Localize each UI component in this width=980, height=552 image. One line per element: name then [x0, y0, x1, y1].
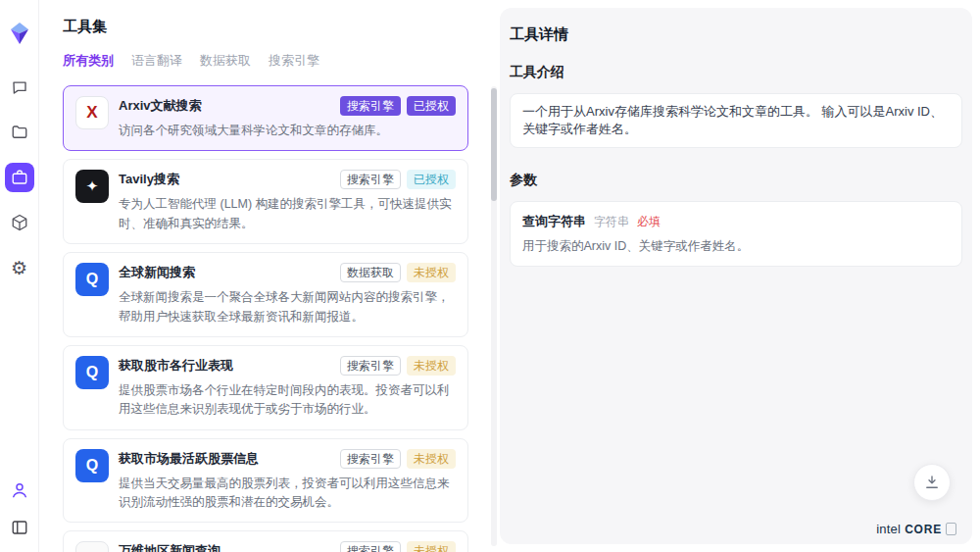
tool-description: 专为人工智能代理 (LLM) 构建的搜索引擎工具，可快速提供实时、准确和真实的结…	[119, 195, 456, 233]
category-badge: 搜索引擎	[340, 449, 401, 469]
download-icon	[923, 474, 941, 491]
tab-语言翻译[interactable]: 语言翻译	[131, 52, 182, 70]
tool-card[interactable]: Q 获取股市各行业表现 搜索引擎 未授权 提供股票市场各个行业在特定时间段内的表…	[63, 345, 468, 430]
intel-core-text: CORE	[905, 523, 942, 536]
auth-status-badge: 已授权	[407, 170, 456, 189]
toolbox-icon[interactable]	[5, 163, 34, 192]
tavily-logo-icon: ✦	[75, 170, 109, 203]
tool-description: 访问各个研究领域大量科学论文和文章的存储库。	[119, 122, 456, 140]
param-type: 字符串	[594, 214, 629, 230]
intel-tier-badge	[946, 523, 956, 535]
auth-status-badge: 已授权	[407, 96, 456, 116]
auth-status-badge: 未授权	[407, 356, 456, 376]
chat-icon[interactable]	[5, 73, 34, 102]
download-button[interactable]	[913, 464, 951, 501]
auth-status-badge: 未授权	[407, 541, 456, 552]
tool-name: 万维地区新闻查询	[119, 542, 220, 552]
tool-list-panel: 工具集 所有类别语言翻译数据获取搜索引擎 X Arxiv文献搜索 搜索引擎 已授…	[39, 0, 500, 552]
app-logo-icon	[8, 22, 31, 45]
tool-card-list: X Arxiv文献搜索 搜索引擎 已授权 访问各个研究领域大量科学论文和文章的存…	[63, 85, 468, 552]
tool-card[interactable]: Q 获取市场最活跃股票信息 搜索引擎 未授权 提供当天交易量最高的股票列表，投资…	[63, 438, 468, 524]
params-section-title: 参数	[510, 172, 962, 189]
news-api-logo-icon: Q	[75, 263, 109, 296]
detail-title: 工具详情	[510, 25, 962, 44]
intro-section-title: 工具介绍	[510, 64, 962, 81]
stock-api-logo-icon: Q	[75, 356, 109, 389]
tool-detail-panel: 工具详情 工具介绍 一个用于从Arxiv存储库搜索科学论文和文章的工具。 输入可…	[500, 8, 972, 544]
tool-card[interactable]: X Arxiv文献搜索 搜索引擎 已授权 访问各个研究领域大量科学论文和文章的存…	[63, 85, 468, 151]
intel-brand-text: intel	[876, 522, 901, 536]
category-tabs: 所有类别语言翻译数据获取搜索引擎	[63, 52, 468, 70]
intel-core-logo: intel CORE	[876, 522, 956, 536]
tool-description: 提供股票市场各个行业在特定时间段内的表现。投资者可以利用这些信息来识别表现优于或…	[119, 381, 456, 420]
arxiv-logo-icon: X	[75, 96, 109, 129]
document-icon: ☰	[75, 541, 109, 552]
tool-name: 获取市场最活跃股票信息	[119, 450, 259, 468]
tool-name: Arxiv文献搜索	[119, 97, 202, 115]
param-card: 查询字符串 字符串 必填 用于搜索的Arxiv ID、关键字或作者姓名。	[510, 201, 962, 267]
category-badge: 搜索引擎	[340, 541, 401, 552]
auth-status-badge: 未授权	[407, 263, 456, 282]
scrollbar-track[interactable]	[491, 86, 497, 546]
settings-gear-icon[interactable]: ⚙	[5, 253, 34, 282]
tab-所有类别[interactable]: 所有类别	[63, 52, 114, 70]
category-badge: 搜索引擎	[340, 170, 401, 189]
folder-icon[interactable]	[5, 118, 34, 147]
tool-card[interactable]: ✦ Tavily搜索 搜索引擎 已授权 专为人工智能代理 (LLM) 构建的搜索…	[63, 159, 468, 244]
tool-description: 提供当天交易量最高的股票列表，投资者可以利用这些信息来识别流动性强的股票和潜在的…	[119, 475, 456, 513]
sidebar-toggle-icon[interactable]	[5, 513, 34, 542]
scrollbar-thumb[interactable]	[491, 88, 497, 201]
package-icon[interactable]	[5, 208, 34, 237]
icon-rail: ⚙	[0, 0, 39, 552]
param-description: 用于搜索的Arxiv ID、关键字或作者姓名。	[522, 238, 950, 255]
stock-api-logo-icon: Q	[75, 449, 109, 482]
tool-list-title: 工具集	[63, 18, 468, 36]
auth-status-badge: 未授权	[407, 449, 456, 469]
tool-name: 全球新闻搜索	[119, 264, 195, 281]
category-badge: 搜索引擎	[340, 356, 401, 376]
category-badge: 数据获取	[340, 263, 401, 282]
tool-description: 全球新闻搜索是一个聚合全球各大新闻网站内容的搜索引擎，帮助用户快速获取全球最新资…	[119, 288, 456, 326]
tool-name: Tavily搜索	[119, 171, 179, 188]
tab-搜索引擎[interactable]: 搜索引擎	[269, 52, 319, 70]
tool-card[interactable]: ☰ 万维地区新闻查询 搜索引擎 未授权 查询具体行政区划内的新闻，快速了解各地新…	[63, 530, 468, 552]
tool-card[interactable]: Q 全球新闻搜索 数据获取 未授权 全球新闻搜索是一个聚合全球各大新闻网站内容的…	[63, 252, 468, 337]
category-badge: 搜索引擎	[340, 96, 401, 116]
intro-card: 一个用于从Arxiv存储库搜索科学论文和文章的工具。 输入可以是Arxiv ID…	[510, 93, 962, 148]
app-window: ⚙ 工具集 所有类别语言翻译数据获取搜索引擎 X Arxiv文献搜索 搜索引擎	[0, 0, 980, 552]
user-icon[interactable]	[5, 476, 34, 505]
param-name: 查询字符串	[522, 213, 586, 230]
param-required-badge: 必填	[637, 214, 661, 230]
tool-name: 获取股市各行业表现	[119, 357, 233, 375]
tab-数据获取[interactable]: 数据获取	[200, 52, 251, 70]
intro-text: 一个用于从Arxiv存储库搜索科学论文和文章的工具。 输入可以是Arxiv ID…	[522, 104, 943, 136]
